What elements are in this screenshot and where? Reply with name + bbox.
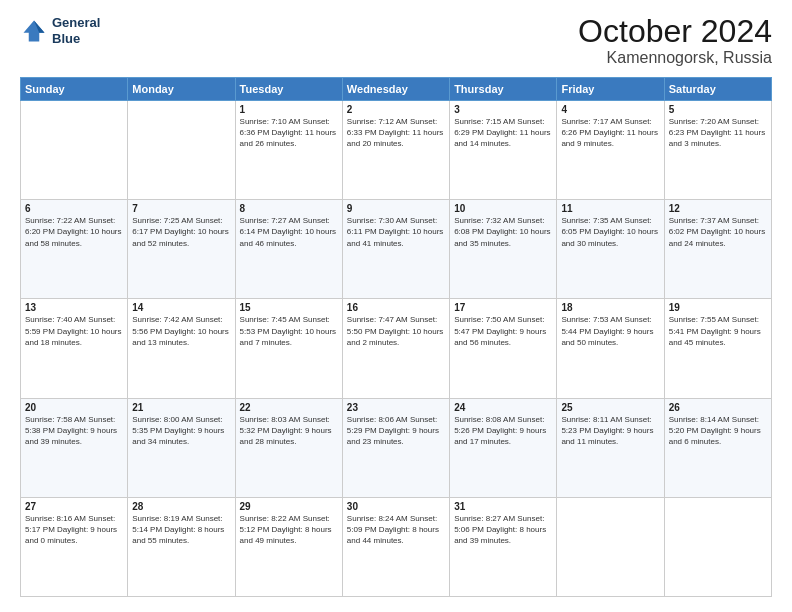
- day-number: 20: [25, 402, 123, 413]
- day-number: 4: [561, 104, 659, 115]
- day-detail: Sunrise: 8:00 AM Sunset: 5:35 PM Dayligh…: [132, 414, 230, 448]
- calendar-cell: 1Sunrise: 7:10 AM Sunset: 6:36 PM Daylig…: [235, 101, 342, 200]
- calendar-cell: 30Sunrise: 8:24 AM Sunset: 5:09 PM Dayli…: [342, 497, 449, 596]
- calendar-header-row: Sunday Monday Tuesday Wednesday Thursday…: [21, 78, 772, 101]
- logo: General Blue: [20, 15, 100, 46]
- day-detail: Sunrise: 7:35 AM Sunset: 6:05 PM Dayligh…: [561, 215, 659, 249]
- calendar-cell: 19Sunrise: 7:55 AM Sunset: 5:41 PM Dayli…: [664, 299, 771, 398]
- header: General Blue October 2024 Kamennogorsk, …: [20, 15, 772, 67]
- day-number: 27: [25, 501, 123, 512]
- day-detail: Sunrise: 8:16 AM Sunset: 5:17 PM Dayligh…: [25, 513, 123, 547]
- calendar-cell: 26Sunrise: 8:14 AM Sunset: 5:20 PM Dayli…: [664, 398, 771, 497]
- col-tuesday: Tuesday: [235, 78, 342, 101]
- calendar-cell: 27Sunrise: 8:16 AM Sunset: 5:17 PM Dayli…: [21, 497, 128, 596]
- calendar-cell: 3Sunrise: 7:15 AM Sunset: 6:29 PM Daylig…: [450, 101, 557, 200]
- calendar-cell: 31Sunrise: 8:27 AM Sunset: 5:06 PM Dayli…: [450, 497, 557, 596]
- logo-line1: General: [52, 15, 100, 31]
- day-number: 17: [454, 302, 552, 313]
- calendar-cell: 4Sunrise: 7:17 AM Sunset: 6:26 PM Daylig…: [557, 101, 664, 200]
- day-detail: Sunrise: 8:08 AM Sunset: 5:26 PM Dayligh…: [454, 414, 552, 448]
- day-detail: Sunrise: 7:32 AM Sunset: 6:08 PM Dayligh…: [454, 215, 552, 249]
- calendar-cell: 5Sunrise: 7:20 AM Sunset: 6:23 PM Daylig…: [664, 101, 771, 200]
- day-detail: Sunrise: 8:14 AM Sunset: 5:20 PM Dayligh…: [669, 414, 767, 448]
- day-number: 1: [240, 104, 338, 115]
- day-detail: Sunrise: 7:10 AM Sunset: 6:36 PM Dayligh…: [240, 116, 338, 150]
- calendar-week-3: 20Sunrise: 7:58 AM Sunset: 5:38 PM Dayli…: [21, 398, 772, 497]
- day-number: 26: [669, 402, 767, 413]
- day-detail: Sunrise: 7:30 AM Sunset: 6:11 PM Dayligh…: [347, 215, 445, 249]
- calendar-cell: 13Sunrise: 7:40 AM Sunset: 5:59 PM Dayli…: [21, 299, 128, 398]
- day-number: 11: [561, 203, 659, 214]
- calendar-week-2: 13Sunrise: 7:40 AM Sunset: 5:59 PM Dayli…: [21, 299, 772, 398]
- day-number: 30: [347, 501, 445, 512]
- calendar-cell: 6Sunrise: 7:22 AM Sunset: 6:20 PM Daylig…: [21, 200, 128, 299]
- calendar-cell: 22Sunrise: 8:03 AM Sunset: 5:32 PM Dayli…: [235, 398, 342, 497]
- day-number: 7: [132, 203, 230, 214]
- day-detail: Sunrise: 7:37 AM Sunset: 6:02 PM Dayligh…: [669, 215, 767, 249]
- calendar-cell: 17Sunrise: 7:50 AM Sunset: 5:47 PM Dayli…: [450, 299, 557, 398]
- day-detail: Sunrise: 8:11 AM Sunset: 5:23 PM Dayligh…: [561, 414, 659, 448]
- calendar-cell: 15Sunrise: 7:45 AM Sunset: 5:53 PM Dayli…: [235, 299, 342, 398]
- calendar-cell: 24Sunrise: 8:08 AM Sunset: 5:26 PM Dayli…: [450, 398, 557, 497]
- calendar-cell: 14Sunrise: 7:42 AM Sunset: 5:56 PM Dayli…: [128, 299, 235, 398]
- calendar-week-1: 6Sunrise: 7:22 AM Sunset: 6:20 PM Daylig…: [21, 200, 772, 299]
- day-number: 12: [669, 203, 767, 214]
- logo-line2: Blue: [52, 31, 100, 47]
- day-detail: Sunrise: 7:53 AM Sunset: 5:44 PM Dayligh…: [561, 314, 659, 348]
- col-monday: Monday: [128, 78, 235, 101]
- col-sunday: Sunday: [21, 78, 128, 101]
- day-number: 29: [240, 501, 338, 512]
- calendar-cell: 28Sunrise: 8:19 AM Sunset: 5:14 PM Dayli…: [128, 497, 235, 596]
- day-detail: Sunrise: 7:45 AM Sunset: 5:53 PM Dayligh…: [240, 314, 338, 348]
- day-detail: Sunrise: 8:06 AM Sunset: 5:29 PM Dayligh…: [347, 414, 445, 448]
- day-detail: Sunrise: 7:58 AM Sunset: 5:38 PM Dayligh…: [25, 414, 123, 448]
- day-detail: Sunrise: 7:17 AM Sunset: 6:26 PM Dayligh…: [561, 116, 659, 150]
- logo-text: General Blue: [52, 15, 100, 46]
- day-number: 13: [25, 302, 123, 313]
- calendar-cell: 29Sunrise: 8:22 AM Sunset: 5:12 PM Dayli…: [235, 497, 342, 596]
- calendar-table: Sunday Monday Tuesday Wednesday Thursday…: [20, 77, 772, 597]
- logo-icon: [20, 17, 48, 45]
- calendar-cell: 2Sunrise: 7:12 AM Sunset: 6:33 PM Daylig…: [342, 101, 449, 200]
- calendar-cell: [557, 497, 664, 596]
- day-number: 14: [132, 302, 230, 313]
- day-detail: Sunrise: 7:27 AM Sunset: 6:14 PM Dayligh…: [240, 215, 338, 249]
- day-detail: Sunrise: 7:50 AM Sunset: 5:47 PM Dayligh…: [454, 314, 552, 348]
- calendar-cell: 21Sunrise: 8:00 AM Sunset: 5:35 PM Dayli…: [128, 398, 235, 497]
- day-number: 15: [240, 302, 338, 313]
- calendar-week-4: 27Sunrise: 8:16 AM Sunset: 5:17 PM Dayli…: [21, 497, 772, 596]
- title-block: October 2024 Kamennogorsk, Russia: [578, 15, 772, 67]
- day-detail: Sunrise: 7:20 AM Sunset: 6:23 PM Dayligh…: [669, 116, 767, 150]
- day-number: 5: [669, 104, 767, 115]
- day-number: 31: [454, 501, 552, 512]
- day-detail: Sunrise: 7:22 AM Sunset: 6:20 PM Dayligh…: [25, 215, 123, 249]
- calendar-cell: [664, 497, 771, 596]
- calendar-cell: 20Sunrise: 7:58 AM Sunset: 5:38 PM Dayli…: [21, 398, 128, 497]
- col-wednesday: Wednesday: [342, 78, 449, 101]
- calendar-cell: [21, 101, 128, 200]
- day-number: 8: [240, 203, 338, 214]
- day-detail: Sunrise: 7:25 AM Sunset: 6:17 PM Dayligh…: [132, 215, 230, 249]
- calendar-week-0: 1Sunrise: 7:10 AM Sunset: 6:36 PM Daylig…: [21, 101, 772, 200]
- calendar-cell: 10Sunrise: 7:32 AM Sunset: 6:08 PM Dayli…: [450, 200, 557, 299]
- calendar-cell: 7Sunrise: 7:25 AM Sunset: 6:17 PM Daylig…: [128, 200, 235, 299]
- page: General Blue October 2024 Kamennogorsk, …: [0, 0, 792, 612]
- day-detail: Sunrise: 8:19 AM Sunset: 5:14 PM Dayligh…: [132, 513, 230, 547]
- day-number: 2: [347, 104, 445, 115]
- day-detail: Sunrise: 7:55 AM Sunset: 5:41 PM Dayligh…: [669, 314, 767, 348]
- day-detail: Sunrise: 7:47 AM Sunset: 5:50 PM Dayligh…: [347, 314, 445, 348]
- calendar-cell: [128, 101, 235, 200]
- day-number: 16: [347, 302, 445, 313]
- day-detail: Sunrise: 8:22 AM Sunset: 5:12 PM Dayligh…: [240, 513, 338, 547]
- location-title: Kamennogorsk, Russia: [578, 49, 772, 67]
- day-number: 28: [132, 501, 230, 512]
- col-thursday: Thursday: [450, 78, 557, 101]
- day-number: 9: [347, 203, 445, 214]
- day-detail: Sunrise: 7:40 AM Sunset: 5:59 PM Dayligh…: [25, 314, 123, 348]
- day-number: 25: [561, 402, 659, 413]
- day-detail: Sunrise: 7:15 AM Sunset: 6:29 PM Dayligh…: [454, 116, 552, 150]
- calendar-cell: 23Sunrise: 8:06 AM Sunset: 5:29 PM Dayli…: [342, 398, 449, 497]
- day-number: 10: [454, 203, 552, 214]
- day-number: 3: [454, 104, 552, 115]
- day-number: 23: [347, 402, 445, 413]
